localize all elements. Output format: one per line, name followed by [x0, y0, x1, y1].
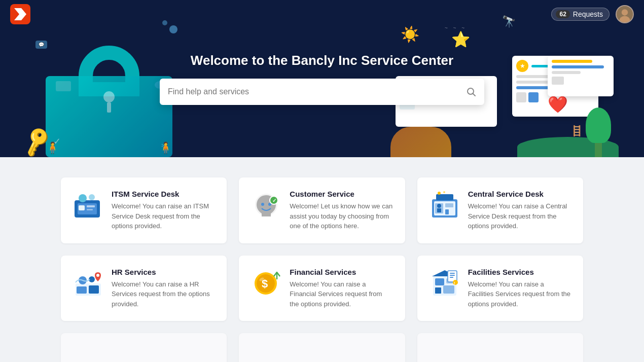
- svg-rect-27: [437, 208, 441, 212]
- svg-point-8: [79, 194, 87, 202]
- svg-marker-0: [14, 8, 26, 20]
- hr-desc: Welcome! You can raise a HR Services req…: [112, 279, 214, 309]
- svg-rect-10: [79, 205, 85, 210]
- svg-point-26: [437, 204, 441, 208]
- mock-card-3: [548, 56, 614, 96]
- service-card-customer[interactable]: ✓ Customer Service Welcome! Let us know …: [239, 177, 405, 243]
- svg-text:!: !: [454, 281, 455, 285]
- svg-rect-11: [87, 205, 95, 207]
- service-card-placeholder-3: [417, 333, 583, 362]
- service-card-placeholder-1: [61, 333, 227, 362]
- search-bar: [160, 79, 484, 105]
- user-avatar[interactable]: [616, 5, 634, 23]
- svg-rect-40: [435, 278, 444, 285]
- svg-line-5: [473, 93, 476, 96]
- svg-rect-46: [450, 275, 455, 276]
- svg-rect-47: [450, 277, 453, 278]
- nav-right: 62 Requests: [551, 5, 634, 23]
- itsm-desc: Welcome! You can raise an ITSM Service D…: [112, 201, 214, 231]
- svg-rect-43: [443, 285, 454, 294]
- requests-count: 62: [556, 10, 569, 18]
- facilities-card-text: Facilities Services Welcome! You can rai…: [468, 268, 571, 309]
- hero-title: Welcome to the Bancly Inc Service Center: [145, 53, 499, 68]
- service-card-hr[interactable]: HR Services Welcome! You can raise a HR …: [61, 256, 227, 321]
- search-icon: [466, 87, 476, 97]
- customer-title: Customer Service: [290, 190, 392, 198]
- svg-point-2: [622, 9, 628, 15]
- svg-rect-45: [450, 273, 455, 274]
- itsm-title: ITSM Service Desk: [112, 190, 214, 198]
- central-icon: [430, 190, 460, 220]
- top-navigation: 62 Requests: [0, 0, 644, 28]
- hero-content: Welcome to the Bancly Inc Service Center: [145, 53, 499, 105]
- customer-card-text: Customer Service Welcome! Let us know ho…: [290, 190, 392, 231]
- svg-rect-23: [445, 209, 449, 214]
- avatar-image: [617, 5, 633, 23]
- itsm-card-text: ITSM Service Desk Welcome! You can raise…: [112, 190, 214, 231]
- svg-rect-32: [89, 285, 99, 294]
- service-card-itsm[interactable]: ITSM Service Desk Welcome! You can raise…: [61, 177, 227, 243]
- svg-rect-22: [445, 203, 453, 207]
- requests-badge[interactable]: 62 Requests: [551, 8, 610, 21]
- financial-card-text: Financial Services Welcome! You can rais…: [290, 268, 392, 309]
- central-card-text: Central Service Desk Welcome! You can ra…: [468, 190, 571, 231]
- search-input[interactable]: [168, 87, 466, 96]
- service-card-central[interactable]: Central Service Desk Welcome! You can ra…: [417, 177, 583, 243]
- svg-rect-20: [436, 194, 453, 200]
- services-grid: ITSM Service Desk Welcome! You can raise…: [61, 177, 583, 321]
- svg-point-9: [89, 194, 95, 200]
- facilities-icon: !: [430, 268, 460, 298]
- financial-title: Financial Services: [290, 268, 392, 276]
- svg-rect-42: [435, 287, 441, 294]
- requests-label: Requests: [573, 10, 603, 18]
- services-grid-bottom: [61, 333, 583, 362]
- service-card-facilities[interactable]: ! Facilities Services Welcome! You can r…: [417, 256, 583, 321]
- financial-icon: $: [251, 268, 281, 298]
- service-card-placeholder-2: [239, 333, 405, 362]
- central-title: Central Service Desk: [468, 190, 571, 198]
- central-desc: Welcome! You can raise a Central Service…: [468, 201, 571, 231]
- customer-icon: ✓: [251, 190, 281, 220]
- main-content: ITSM Service Desk Welcome! You can raise…: [0, 157, 644, 362]
- svg-point-33: [96, 274, 99, 277]
- svg-point-25: [443, 191, 445, 193]
- financial-desc: Welcome! You can raise a Financial Servi…: [290, 279, 392, 309]
- facilities-desc: Welcome! You can raise a Facilities Serv…: [468, 279, 571, 309]
- svg-point-14: [261, 203, 264, 206]
- logo-icon: [14, 8, 26, 20]
- svg-point-24: [438, 192, 441, 195]
- hr-icon: [73, 268, 103, 298]
- facilities-title: Facilities Services: [468, 268, 571, 276]
- service-card-financial[interactable]: $ Financial Services Welcome! You can ra…: [239, 256, 405, 321]
- itsm-icon: [73, 190, 103, 220]
- svg-rect-12: [87, 209, 93, 210]
- logo[interactable]: [10, 4, 30, 24]
- search-button[interactable]: [466, 87, 476, 97]
- svg-text:✓: ✓: [272, 198, 276, 203]
- hr-card-text: HR Services Welcome! You can raise a HR …: [112, 268, 214, 309]
- hr-title: HR Services: [112, 268, 214, 276]
- svg-rect-31: [77, 286, 87, 294]
- customer-desc: Welcome! Let us know how we can assist y…: [290, 201, 392, 231]
